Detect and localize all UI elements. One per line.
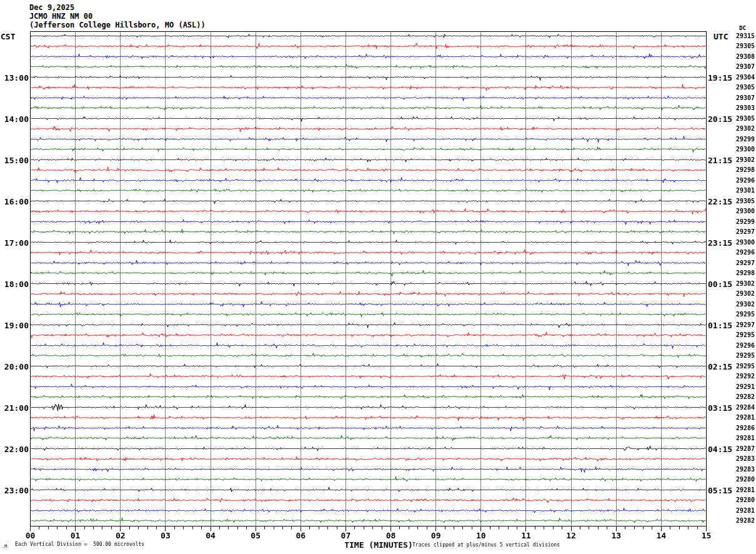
utc-hour-label: 23:15 xyxy=(708,239,732,247)
dc-value: 29295 xyxy=(731,311,755,318)
x-tick-label: 02 xyxy=(111,531,130,540)
x-tick-label: 15 xyxy=(697,531,716,540)
dc-value: 29295 xyxy=(731,332,755,338)
x-tick-label: 11 xyxy=(517,531,535,540)
dc-value: 29305 xyxy=(731,43,755,49)
x-tick-label: 06 xyxy=(291,531,310,540)
utc-hour-label: 00:15 xyxy=(708,280,732,288)
dc-value: 29302 xyxy=(731,157,755,163)
dc-value: 29280 xyxy=(731,497,755,503)
cst-hour-label: 22:00 xyxy=(0,445,29,453)
x-tick-label: 10 xyxy=(472,531,490,540)
dc-value: 29281 xyxy=(731,415,755,421)
dc-value: 29283 xyxy=(731,456,755,462)
x-tick-label: 03 xyxy=(156,531,175,540)
utc-hour-label: 20:15 xyxy=(708,115,732,123)
cst-hour-label: 19:00 xyxy=(0,321,29,330)
dc-value: 29298 xyxy=(731,270,755,276)
dc-value: 29305 xyxy=(731,198,755,204)
dc-value: 29305 xyxy=(731,84,755,91)
cst-hour-label: 17:00 xyxy=(0,239,29,247)
dc-value: 29302 xyxy=(731,301,755,308)
dc-value: 29295 xyxy=(731,353,755,359)
dc-value: 29282 xyxy=(731,518,755,524)
dc-value: 29296 xyxy=(731,343,755,349)
helicorder-page: Dec 9,2025 JCMO HNZ NM 00 (Jefferson Col… xyxy=(0,0,756,554)
dc-value: 29299 xyxy=(731,136,755,143)
dc-value: 29292 xyxy=(731,373,755,380)
dc-value: 29308 xyxy=(731,54,755,60)
dc-value: 29283 xyxy=(731,466,755,473)
dc-value: 29281 xyxy=(731,508,755,514)
dc-value: 29304 xyxy=(731,74,755,81)
dc-value: 29300 xyxy=(731,146,755,153)
dc-value: 29291 xyxy=(731,384,755,390)
footer-mark: .M xyxy=(2,545,7,549)
dc-value: 29305 xyxy=(731,116,755,122)
x-tick-label: 04 xyxy=(201,531,220,540)
dc-value: 29315 xyxy=(731,33,755,39)
dc-value: 29297 xyxy=(731,260,755,266)
dc-value: 29307 xyxy=(731,95,755,101)
dc-value: 29297 xyxy=(731,322,755,328)
x-tick-label: 01 xyxy=(66,531,85,540)
utc-hour-label: 05:15 xyxy=(708,486,732,495)
dc-value: 29282 xyxy=(731,394,755,400)
utc-hour-label: 21:15 xyxy=(708,156,732,164)
dc-value: 29302 xyxy=(731,126,755,132)
dc-value: 29300 xyxy=(731,239,755,246)
dc-value: 29296 xyxy=(731,178,755,184)
dc-value: 29300 xyxy=(731,208,755,214)
footer-clip-note: Traces clipped at plus/minus 5 vertical … xyxy=(412,542,560,548)
dc-value: 29302 xyxy=(731,281,755,287)
x-axis-title: TIME (MINUTES) xyxy=(341,541,416,549)
cst-hour-label: 15:00 xyxy=(0,156,29,164)
cst-hour-label: 13:00 xyxy=(0,74,29,82)
dc-value: 29286 xyxy=(731,425,755,431)
utc-hour-label: 19:15 xyxy=(708,74,732,82)
utc-hour-label: 02:15 xyxy=(708,363,732,371)
utc-hour-label: 04:15 xyxy=(708,445,732,453)
x-tick-label: 12 xyxy=(562,531,580,540)
x-tick-label: 08 xyxy=(382,531,400,540)
dc-value: 29284 xyxy=(731,405,755,411)
utc-hour-label: 03:15 xyxy=(708,404,732,412)
x-tick-label: 09 xyxy=(427,531,445,540)
dc-value: 29295 xyxy=(731,363,755,370)
cst-hour-label: 21:00 xyxy=(0,404,29,412)
cst-hour-label: 16:00 xyxy=(0,198,29,206)
cst-hour-label: 14:00 xyxy=(0,115,29,123)
cst-hour-label: 23:00 xyxy=(0,486,29,495)
dc-value: 29301 xyxy=(731,188,755,194)
cst-hour-label: 18:00 xyxy=(0,280,29,288)
dc-value: 29281 xyxy=(731,435,755,441)
utc-hour-label: 22:15 xyxy=(708,198,732,206)
dc-value: 29280 xyxy=(731,476,755,483)
dc-value: 29296 xyxy=(731,249,755,256)
dc-value: 29299 xyxy=(731,219,755,225)
x-tick-label: 05 xyxy=(246,531,265,540)
dc-value: 29307 xyxy=(731,64,755,70)
cst-hour-label: 20:00 xyxy=(0,363,29,371)
dc-value: 29303 xyxy=(731,105,755,111)
dc-value: 29297 xyxy=(731,229,755,235)
dc-value: 29281 xyxy=(731,487,755,493)
dc-value: 29298 xyxy=(731,167,755,173)
x-tick-label: 00 xyxy=(21,531,40,540)
footer-division-note: Each Vertical Division = 500.00 microvol… xyxy=(15,541,144,548)
x-tick-label: 13 xyxy=(607,531,625,540)
x-tick-label: 14 xyxy=(652,531,670,540)
dc-value: 29287 xyxy=(731,446,755,452)
dc-value: 29302 xyxy=(731,291,755,297)
x-tick-label: 07 xyxy=(336,531,355,540)
utc-hour-label: 01:15 xyxy=(708,321,732,330)
seismogram-trace-plot xyxy=(0,0,756,554)
